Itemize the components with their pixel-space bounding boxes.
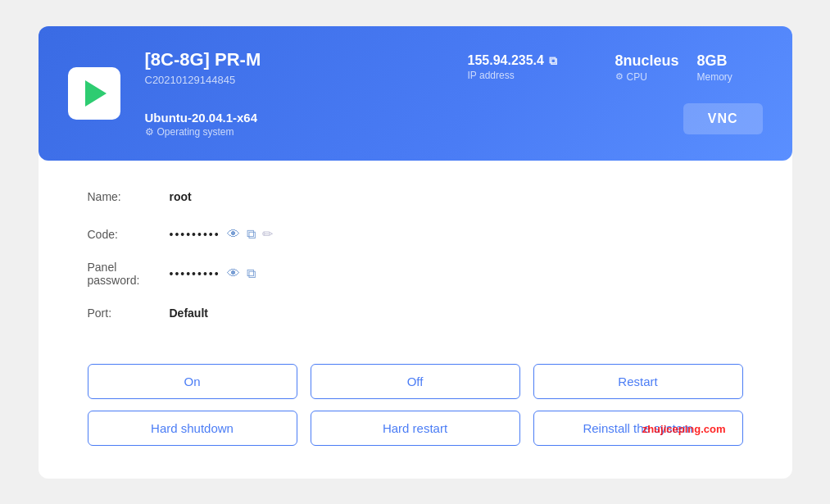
code-label: Code: [88, 228, 170, 241]
hard-restart-button[interactable]: Hard restart [311, 411, 520, 446]
button-row-1: On Off Restart [88, 364, 743, 399]
panel-label: Panel password: [88, 261, 170, 287]
name-value: root [170, 190, 192, 203]
copy-ip-icon[interactable]: ⧉ [549, 54, 557, 68]
reinstall-label: Reinstall the system [583, 421, 692, 435]
ip-section: 155.94.235.4 ⧉ IP address [468, 53, 599, 81]
edit-code-icon[interactable]: ✏ [262, 226, 273, 242]
memory-section: 8GB Memory [697, 52, 763, 83]
restart-button[interactable]: Restart [533, 364, 743, 399]
cpu-icon: ⚙ [615, 71, 624, 82]
server-name: [8C-8G] PR-M [145, 49, 293, 70]
cpu-value: 8nucleus [615, 52, 679, 70]
server-status-icon [68, 67, 120, 120]
reinstall-button[interactable]: Reinstall the system zhujiceping.com [533, 411, 743, 446]
button-row-2: Hard shutdown Hard restart Reinstall the… [88, 411, 743, 446]
panel-value: ••••••••• [170, 267, 220, 280]
vnc-button[interactable]: VNC [683, 103, 763, 134]
server-card: [8C-8G] PR-M C20210129144845 155.94.235.… [39, 26, 792, 161]
info-section: Name: root Code: ••••••••• 👁 ⧉ ✏ Panel p… [39, 161, 792, 356]
memory-label: Memory [697, 71, 732, 83]
os-label-row: ⚙ Operating system [145, 126, 258, 138]
buttons-section: On Off Restart Hard shutdown Hard restar… [39, 356, 792, 454]
hard-shutdown-button[interactable]: Hard shutdown [88, 411, 297, 446]
code-row: Code: ••••••••• 👁 ⧉ ✏ [88, 223, 743, 246]
port-label: Port: [88, 306, 170, 320]
copy-code-icon[interactable]: ⧉ [247, 227, 256, 242]
on-button[interactable]: On [88, 364, 297, 399]
server-id: C20210129144845 [145, 74, 293, 86]
name-label: Name: [88, 190, 170, 203]
cpu-section: 8nucleus ⚙ CPU [615, 52, 681, 83]
ip-address: 155.94.235.4 [468, 53, 544, 68]
code-icons: 👁 ⧉ ✏ [227, 226, 273, 242]
panel-icons: 👁 ⧉ [227, 266, 256, 281]
copy-panel-icon[interactable]: ⧉ [247, 266, 256, 281]
cpu-label: ⚙ CPU [615, 71, 647, 83]
ip-label: IP address [468, 70, 515, 81]
view-code-icon[interactable]: 👁 [227, 227, 240, 242]
server-details: [8C-8G] PR-M C20210129144845 155.94.235.… [145, 49, 763, 138]
port-row: Port: Default [88, 302, 743, 325]
os-label: Operating system [157, 126, 234, 138]
panel-password-row: Panel password: ••••••••• 👁 ⧉ [88, 261, 743, 287]
ip-value-row: 155.94.235.4 ⧉ [468, 53, 557, 68]
port-value: Default [170, 306, 208, 320]
code-value: ••••••••• [170, 228, 220, 241]
os-section: Ubuntu-20.04.1-x64 ⚙ Operating system [145, 111, 258, 138]
view-panel-icon[interactable]: 👁 [227, 266, 240, 281]
memory-value: 8GB [697, 52, 728, 70]
os-name: Ubuntu-20.04.1-x64 [145, 111, 258, 125]
gear-icon: ⚙ [145, 126, 154, 138]
server-name-section: [8C-8G] PR-M C20210129144845 [145, 49, 293, 86]
play-triangle-icon [85, 80, 107, 107]
off-button[interactable]: Off [311, 364, 520, 399]
name-row: Name: root [88, 185, 743, 208]
